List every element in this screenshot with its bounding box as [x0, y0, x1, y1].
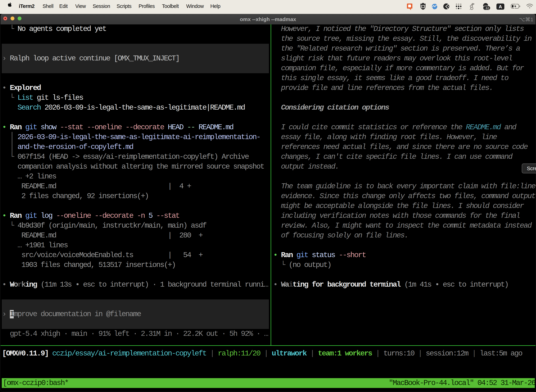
svg-text:A: A	[499, 4, 502, 9]
svg-text:..61: ..61	[484, 6, 490, 10]
